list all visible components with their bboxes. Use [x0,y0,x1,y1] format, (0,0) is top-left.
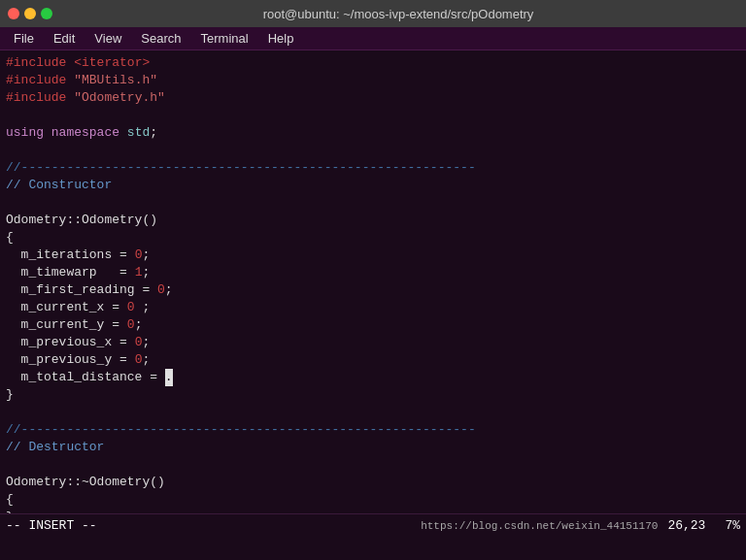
menu-view[interactable]: View [85,29,131,48]
code-line: { [0,491,746,509]
code-line: // Constructor [0,177,746,194]
code-line: //--------------------------------------… [0,421,746,439]
scroll-percent: 7% [725,518,740,533]
menu-edit[interactable]: Edit [44,29,85,48]
code-line [0,142,746,159]
close-button[interactable] [8,8,19,19]
code-line: #include "Odometry.h" [0,89,746,107]
menu-file[interactable]: File [4,29,44,48]
cursor-position: 26,23 [667,518,705,533]
maximize-button[interactable] [41,8,52,19]
code-line: m_first_reading = 0; [0,281,746,299]
code-line: m_total_distance = . [0,369,746,386]
menu-help[interactable]: Help [258,29,304,48]
window-title: root@ubuntu: ~/moos-ivp-extend/src/pOdom… [58,7,738,21]
status-url: https://blog.csdn.net/weixin_44151170 [421,520,658,532]
code-line [0,107,746,124]
code-line: #include "MBUtils.h" [0,72,746,89]
code-line: Odometry::~Odometry() [0,474,746,491]
window-controls [8,8,52,19]
code-line: m_timewarp = 1; [0,264,746,281]
menu-terminal[interactable]: Terminal [191,29,258,48]
minimize-button[interactable] [24,8,36,19]
code-line: //--------------------------------------… [0,159,746,177]
code-line [0,194,746,212]
code-line: using namespace std; [0,124,746,142]
menu-bar: File Edit View Search Terminal Help [0,27,746,50]
code-line: // Destructor [0,439,746,456]
code-line: m_previous_x = 0; [0,334,746,351]
code-line: m_previous_y = 0; [0,351,746,369]
code-line: } [0,386,746,404]
title-bar: root@ubuntu: ~/moos-ivp-extend/src/pOdom… [0,0,746,27]
code-line: m_iterations = 0; [0,247,746,264]
code-line: { [0,229,746,247]
menu-search[interactable]: Search [131,29,190,48]
code-line: Odometry::Odometry() [0,212,746,229]
code-line: #include <iterator> [0,54,746,72]
code-line: m_current_y = 0; [0,316,746,334]
code-line: m_current_x = 0 ; [0,299,746,316]
code-editor[interactable]: #include <iterator> #include "MBUtils.h"… [0,50,746,537]
code-line [0,404,746,421]
status-bar: -- INSERT -- https://blog.csdn.net/weixi… [0,513,746,537]
code-line [0,456,746,474]
editor-mode: -- INSERT -- [6,518,421,533]
